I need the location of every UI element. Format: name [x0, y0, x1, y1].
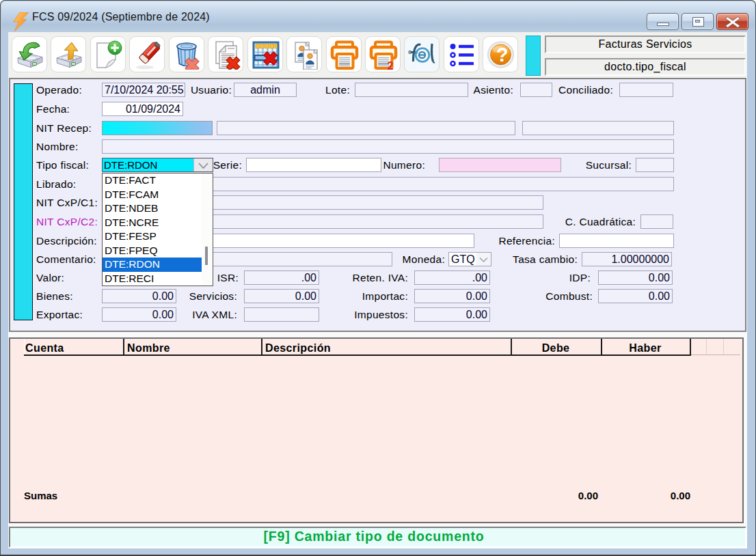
svg-text:?: ? [496, 44, 509, 66]
svg-text:2: 2 [388, 60, 394, 70]
